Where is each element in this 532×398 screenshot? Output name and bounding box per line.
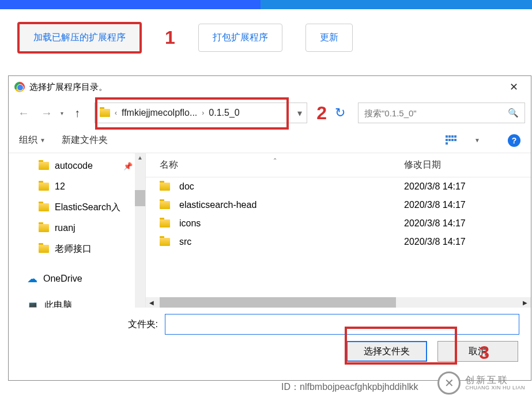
scrollbar-thumb[interactable] [160,297,396,308]
pc-icon: 💻 [27,300,39,308]
sidebar-item-12[interactable]: 12 [9,176,145,197]
breadcrumb-segment-1[interactable]: ffmkiejjmecolpflo... [122,108,197,118]
folder-icon [39,245,49,253]
annotation-step-2: 2 [316,103,327,124]
table-row[interactable]: icons 2020/3/8 14:17 [146,214,531,233]
list-header: ⌃ 名称 修改日期 [146,153,531,177]
dialog-title: 选择扩展程序目录。 [29,82,502,93]
new-folder-button[interactable]: 新建文件夹 [62,134,108,146]
file-list: ⌃ 名称 修改日期 doc 2020/3/8 14:17 elasticsear… [146,153,531,308]
up-arrow-icon[interactable]: ↑ [68,104,86,122]
file-date: 2020/3/8 14:17 [399,200,531,210]
file-name: icons [179,218,201,229]
history-dropdown-icon[interactable]: ▾ [61,110,63,116]
scroll-right-icon[interactable]: ▶ [523,300,527,306]
column-label: 名称 [160,160,178,169]
sidebar-label: ruanj [55,223,76,233]
navigation-row: ← → ▾ ↑ ‹ ffmkiejjmecolpflo... › 0.1.5_0… [9,98,531,128]
folder-icon [100,109,110,117]
view-dropdown-icon[interactable]: ▼ [474,137,480,143]
folder-icon [160,238,170,246]
file-name: elasticsearch-head [179,200,256,210]
close-icon[interactable]: ✕ [502,81,525,93]
search-box[interactable]: 🔍 [358,103,525,123]
watermark: ✕ 创新互联 CHUANG XIN HU LIAN [437,372,525,395]
refresh-icon[interactable]: ↻ [331,105,349,120]
table-row[interactable]: doc 2020/3/8 14:17 [146,177,531,196]
scroll-left-icon[interactable]: ◀ [149,300,154,306]
help-icon[interactable]: ? [508,134,520,147]
search-icon[interactable]: 🔍 [508,108,519,118]
sort-indicator-icon: ⌃ [273,157,277,164]
options-row: 组织 ▼ 新建文件夹 ▼ ? [9,128,531,153]
sidebar-label: OneDrive [43,274,82,284]
column-name-header[interactable]: ⌃ 名称 [146,159,399,171]
scroll-up-icon[interactable]: ▲ [137,154,143,161]
forward-arrow-icon[interactable]: → [37,104,56,122]
sidebar-label: autocode [55,161,93,171]
folder-input-row: 文件夹: [9,308,531,341]
extensions-toolbar: 加载已解压的扩展程序 1 打包扩展程序 更新 [17,22,353,54]
breadcrumb-segment-2[interactable]: 0.1.5_0 [209,108,239,118]
watermark-en: CHUANG XIN HU LIAN [465,385,525,391]
back-arrow-icon[interactable]: ← [14,104,33,122]
folder-input[interactable] [165,314,519,335]
table-row[interactable]: src 2020/3/8 14:17 [146,233,531,251]
dialog-titlebar: 选择扩展程序目录。 ✕ [9,76,531,98]
folder-icon [160,219,170,228]
chevron-left-icon: ‹ [115,109,117,117]
scrollbar-thumb[interactable] [135,190,145,206]
chevron-right-icon: › [202,109,204,117]
watermark-cn: 创新互联 [465,375,525,385]
table-row[interactable]: elasticsearch-head 2020/3/8 14:17 [146,196,531,214]
sidebar-label: 12 [55,181,65,192]
sidebar-item-elasticsearch[interactable]: ElasticSearch入 [9,197,145,218]
cloud-icon: ☁ [27,272,37,285]
cancel-button[interactable]: 取消 [437,341,518,362]
folder-icon [160,183,170,191]
horizontal-scrollbar[interactable]: ◀ ▶ [146,297,531,308]
file-date: 2020/3/8 14:17 [399,237,531,247]
folder-icon [39,162,49,170]
search-input[interactable] [364,108,508,118]
sidebar-item-onedrive[interactable]: ☁ OneDrive [9,268,145,289]
breadcrumb-dropdown-icon[interactable]: ▾ [297,108,302,119]
top-banner-left [0,0,261,9]
top-banner-right [261,0,532,9]
update-button[interactable]: 更新 [305,24,353,52]
chrome-icon [14,82,25,92]
pack-extension-button[interactable]: 打包扩展程序 [198,24,282,52]
file-name: doc [179,181,194,192]
file-name: src [179,237,191,247]
sidebar-scrollbar[interactable]: ▲ [135,153,145,308]
content-area: autocode 📌 12 ElasticSearch入 ruanj 老师接口 … [9,153,531,308]
annotation-step-1: 1 [165,27,175,48]
folder-icon [160,201,170,209]
breadcrumb[interactable]: ‹ ffmkiejjmecolpflo... › 0.1.5_0 ▾ [95,103,307,123]
chevron-down-icon: ▼ [40,137,46,143]
extension-id-label: ID：nlfbmbojpeacfghkpbjhddihlkk [281,381,418,393]
file-date: 2020/3/8 14:17 [399,218,531,229]
column-date-header[interactable]: 修改日期 [399,159,531,171]
sidebar-item-teacher[interactable]: 老师接口 [9,238,145,259]
organize-label: 组织 [19,134,37,146]
sidebar-item-this-pc[interactable]: 💻 此电脑 [9,295,145,308]
folder-picker-dialog: 选择扩展程序目录。 ✕ ← → ▾ ↑ ‹ ffmkiejjmecolpflo.… [8,75,531,381]
dialog-button-row: 3 选择文件夹 取消 [9,341,531,362]
sidebar-item-ruanj[interactable]: ruanj [9,218,145,238]
sidebar: autocode 📌 12 ElasticSearch入 ruanj 老师接口 … [9,153,146,308]
select-folder-button[interactable]: 选择文件夹 [346,341,427,362]
folder-icon [39,224,49,232]
folder-label: 文件夹: [128,319,158,331]
sidebar-label: ElasticSearch入 [55,202,120,214]
watermark-logo-icon: ✕ [437,372,461,395]
folder-icon [39,203,49,211]
pin-icon: 📌 [123,162,133,170]
sidebar-label: 此电脑 [44,300,72,308]
file-date: 2020/3/8 14:17 [399,181,531,192]
organize-menu[interactable]: 组织 ▼ [19,134,46,146]
sidebar-item-autocode[interactable]: autocode 📌 [9,156,145,176]
view-mode-icon[interactable] [446,135,458,146]
load-unpacked-button[interactable]: 加载已解压的扩展程序 [17,22,142,54]
folder-icon [39,183,49,191]
